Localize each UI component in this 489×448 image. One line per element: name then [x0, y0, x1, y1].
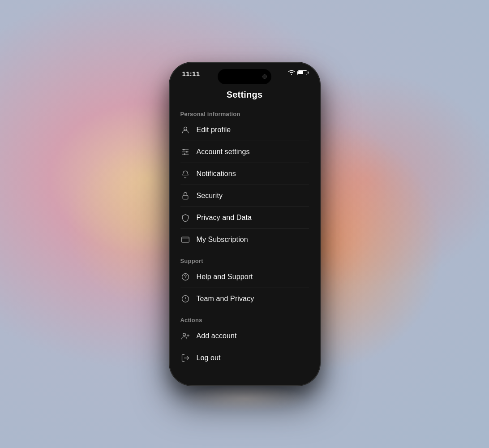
status-icons: [288, 70, 307, 75]
menu-item-my-subscription[interactable]: My Subscription: [180, 229, 309, 250]
phone-screen: 11:11: [170, 63, 320, 385]
svg-point-6: [184, 153, 185, 155]
page-title: Settings: [180, 90, 309, 100]
menu-item-account-settings[interactable]: Account settings: [180, 141, 309, 163]
phone-reflection: [182, 385, 307, 412]
status-time: 11:11: [182, 70, 200, 78]
help-support-label: Help and Support: [197, 273, 253, 281]
menu-item-security[interactable]: Security: [180, 185, 309, 207]
menu-item-add-account[interactable]: Add account: [180, 325, 309, 347]
svg-point-14: [185, 300, 185, 301]
team-privacy-icon: [180, 294, 190, 304]
account-settings-icon: [180, 147, 190, 157]
edit-profile-label: Edit profile: [197, 126, 231, 134]
my-subscription-label: My Subscription: [197, 236, 248, 244]
help-support-icon: [180, 272, 190, 282]
svg-point-11: [185, 279, 185, 279]
log-out-icon: [180, 353, 190, 363]
svg-point-0: [184, 127, 187, 130]
section-label-personal: Personal information: [180, 111, 309, 117]
notifications-label: Notifications: [197, 170, 236, 178]
menu-item-team-privacy[interactable]: Team and Privacy: [180, 288, 309, 310]
notifications-icon: [180, 169, 190, 179]
section-personal: Personal information Edit profile Accoun…: [180, 111, 309, 250]
section-label-support: Support: [180, 258, 309, 264]
menu-item-notifications[interactable]: Notifications: [180, 163, 309, 185]
section-label-actions: Actions: [180, 317, 309, 323]
phone: 11:11: [170, 63, 320, 385]
team-privacy-label: Team and Privacy: [197, 295, 254, 303]
camera-dot: [262, 74, 267, 79]
svg-point-15: [183, 333, 185, 336]
privacy-data-icon: [180, 213, 190, 223]
section-actions: Actions Add account Log out: [180, 317, 309, 369]
wifi-icon: [288, 70, 295, 75]
svg-rect-8: [181, 237, 189, 242]
svg-rect-7: [183, 195, 188, 199]
security-label: Security: [197, 192, 223, 200]
menu-item-privacy-data[interactable]: Privacy and Data: [180, 207, 309, 229]
add-account-label: Add account: [197, 332, 237, 340]
phone-wrapper: 11:11: [170, 63, 320, 385]
edit-profile-icon: [180, 125, 190, 135]
svg-point-4: [183, 149, 184, 150]
security-icon: [180, 191, 190, 201]
svg-point-5: [186, 151, 187, 152]
account-settings-label: Account settings: [197, 148, 250, 156]
menu-item-help-support[interactable]: Help and Support: [180, 266, 309, 288]
menu-item-edit-profile[interactable]: Edit profile: [180, 119, 309, 141]
menu-item-log-out[interactable]: Log out: [180, 347, 309, 369]
dynamic-island: [218, 69, 271, 84]
my-subscription-icon: [180, 235, 190, 245]
battery-icon: [297, 70, 307, 75]
add-account-icon: [180, 331, 190, 341]
section-support: Support Help and Support Team and Privac…: [180, 258, 309, 310]
privacy-data-label: Privacy and Data: [197, 214, 252, 222]
log-out-label: Log out: [197, 354, 221, 362]
screen-content: Settings Personal information Edit profi…: [170, 90, 320, 385]
